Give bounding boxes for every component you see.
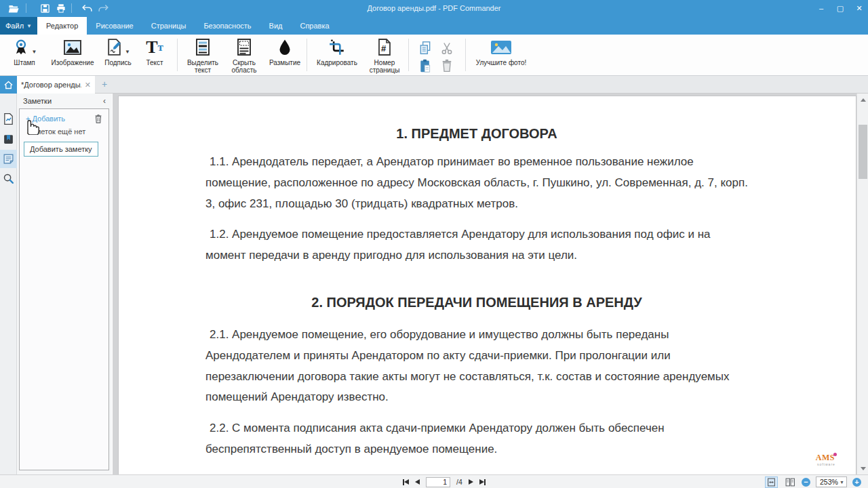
doc-paragraph-2-2: 2.2. С момента подписания акта сдачи-при…	[205, 418, 748, 460]
caret-down-icon: ▼	[840, 480, 844, 485]
next-page-icon	[469, 479, 473, 485]
text-icon: Tт	[146, 37, 163, 58]
delete-note-button[interactable]	[94, 113, 103, 127]
main-area: Заметки ‹ + Добавить Заметок ещё нет Доб…	[0, 94, 868, 474]
prev-page-icon	[415, 479, 420, 485]
menu-tab-pages[interactable]: Страницы	[142, 17, 195, 35]
minimize-button[interactable]: –	[816, 0, 826, 17]
close-button[interactable]: ✕	[854, 0, 864, 17]
file-menu-button[interactable]: Файл ▼	[0, 17, 37, 35]
fit-page-icon	[767, 478, 776, 487]
search-icon	[3, 173, 14, 184]
ribbon-separator	[465, 39, 466, 71]
menu-tab-help[interactable]: Справка	[291, 17, 338, 35]
window-title: Договор аренды.pdf - PDF Commander	[0, 0, 868, 17]
title-bar: Договор аренды.pdf - PDF Commander – ▢ ✕	[0, 0, 868, 17]
notes-panel-header: Заметки ‹	[17, 94, 112, 108]
zoom-level-select[interactable]: 253% ▼	[816, 476, 847, 487]
cut-button[interactable]	[438, 40, 456, 56]
svg-text:#: #	[381, 43, 387, 54]
scroll-up-button[interactable]	[857, 95, 868, 104]
menu-tab-security[interactable]: Безопасность	[195, 17, 260, 35]
doc-paragraph-1-1: 1.1. Арендодатель передает, а Арендатор …	[205, 152, 748, 214]
previous-page-button[interactable]	[415, 479, 420, 485]
ribbon-separator	[177, 39, 178, 71]
home-button[interactable]	[0, 76, 17, 94]
copy-button[interactable]	[416, 40, 434, 56]
fit-page-button[interactable]	[765, 476, 778, 488]
tab-bar: *Договор аренды.pdf ✕ +	[0, 76, 868, 94]
next-page-button[interactable]	[469, 479, 473, 485]
notes-button[interactable]	[0, 150, 17, 168]
copy-icon	[418, 41, 432, 56]
page-number-icon: #	[376, 37, 393, 58]
zoom-level-value: 253%	[820, 478, 838, 486]
hide-area-icon	[236, 37, 252, 58]
notes-panel-title: Заметки	[23, 97, 52, 105]
hand-cursor-icon	[22, 115, 41, 138]
ribbon-separator	[408, 39, 409, 71]
hide-area-button[interactable]: Скрыть область	[224, 37, 264, 74]
pdf-commander-window: Договор аренды.pdf - PDF Commander – ▢ ✕…	[0, 0, 868, 488]
notes-icon	[3, 153, 14, 165]
doc-paragraph-1-2: 1.2. Арендуемое помещение предоставляетс…	[205, 224, 748, 266]
highlight-text-button[interactable]: Выделить текст	[183, 37, 222, 74]
scroll-down-button[interactable]	[857, 464, 868, 473]
page-number-button[interactable]: # Номер страницы	[364, 37, 405, 74]
first-page-button[interactable]	[403, 479, 409, 485]
maximize-button[interactable]: ▢	[835, 0, 845, 17]
thumbnails-button[interactable]	[0, 110, 17, 128]
notes-panel: Заметки ‹ + Добавить Заметок ещё нет Доб…	[17, 94, 112, 474]
text-button[interactable]: Tт Текст	[140, 37, 170, 74]
signature-button[interactable]: ▼ Подпись	[98, 37, 138, 74]
pdf-page[interactable]: 1. ПРЕДМЕТ ДОГОВОРА 1.1. Арендодатель пе…	[119, 96, 856, 474]
multi-page-view-button[interactable]	[783, 476, 796, 488]
tab-title: *Договор аренды.pdf	[21, 81, 81, 89]
collapse-panel-button[interactable]: ‹	[103, 96, 106, 106]
zoom-out-button[interactable]: −	[802, 478, 810, 487]
crop-button[interactable]: Кадрировать	[311, 37, 363, 74]
new-tab-button[interactable]: +	[99, 79, 110, 89]
tab-close-icon[interactable]: ✕	[85, 81, 91, 89]
multi-page-icon	[785, 478, 795, 487]
bookmark-icon	[3, 134, 14, 145]
blur-drop-icon	[277, 37, 292, 58]
delete-button[interactable]	[438, 58, 456, 74]
improve-photo-button[interactable]: Улучшите фото!	[473, 37, 529, 74]
page-navigation: /4	[403, 475, 486, 488]
doc-paragraph-2-1: 2.1. Арендуемое помещение, его оборудова…	[205, 325, 748, 408]
home-icon	[3, 80, 14, 90]
paste-button[interactable]	[416, 58, 434, 74]
image-icon	[63, 37, 82, 58]
arrow-down-icon	[861, 467, 866, 470]
highlight-text-icon	[195, 37, 211, 58]
stamp-button[interactable]: ▼ Штамп	[4, 37, 45, 74]
sidebar-icon-strip	[0, 94, 17, 474]
caret-down-icon: ▼	[125, 49, 130, 58]
search-button[interactable]	[0, 169, 17, 188]
vertical-scrollbar[interactable]	[856, 94, 868, 474]
blur-button[interactable]: Размытие	[267, 37, 302, 74]
insert-image-button[interactable]: Изображение	[49, 37, 96, 74]
zoom-controls: − 253% ▼ +	[765, 475, 861, 488]
notes-list-box: + Добавить Заметок ещё нет Добавить заме…	[19, 108, 109, 470]
zoom-in-button[interactable]: +	[852, 478, 861, 487]
caret-down-icon: ▼	[32, 49, 37, 58]
scrollbar-thumb[interactable]	[859, 125, 867, 179]
arrow-up-icon	[861, 98, 866, 102]
menu-tab-drawing[interactable]: Рисование	[87, 17, 142, 35]
bookmarks-button[interactable]	[0, 130, 17, 148]
document-tab[interactable]: *Договор аренды.pdf ✕	[17, 76, 95, 94]
watermark-dot	[833, 453, 837, 456]
menu-tab-view[interactable]: Вид	[260, 17, 292, 35]
status-bar: /4 − 253% ▼ +	[0, 474, 868, 488]
ribbon-toolbar: ▼ Штамп Изображение ▼ Подпись Tт Текст	[0, 35, 868, 76]
paste-icon	[418, 58, 432, 73]
thumbnails-icon	[3, 113, 14, 125]
add-note-tooltip: Добавить заметку	[24, 142, 98, 157]
document-viewer: 1. ПРЕДМЕТ ДОГОВОРА 1.1. Арендодатель пе…	[113, 94, 868, 474]
last-page-button[interactable]	[479, 479, 486, 485]
scissors-icon	[440, 41, 454, 56]
menu-tab-editor[interactable]: Редактор	[37, 17, 87, 35]
page-number-input[interactable]	[426, 477, 450, 487]
